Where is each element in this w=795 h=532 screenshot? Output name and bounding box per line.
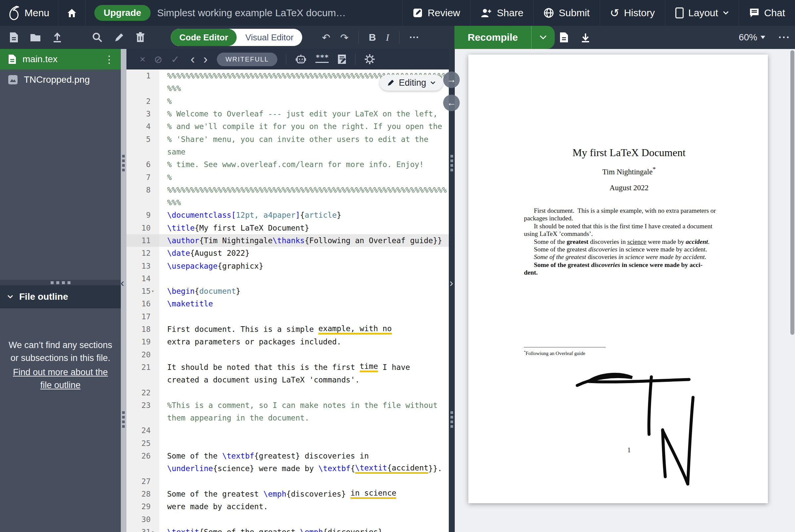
upgrade-button[interactable]: Upgrade bbox=[94, 5, 151, 21]
code-line[interactable]: 19extra parameters or packages included. bbox=[126, 336, 449, 348]
outline-help-link[interactable]: Find out more about the file outline bbox=[8, 366, 113, 392]
collapse-pdf-icon[interactable]: › bbox=[449, 279, 453, 286]
code-line[interactable]: 25 bbox=[126, 437, 449, 450]
code-line[interactable]: 20 bbox=[126, 348, 449, 361]
code-line[interactable]: 23%This is a comment, so I can make note… bbox=[126, 399, 449, 412]
divider-handle[interactable] bbox=[122, 155, 125, 171]
code-line[interactable]: 15▾\begin{document} bbox=[126, 285, 449, 298]
editor-pdf-divider[interactable]: › bbox=[449, 49, 455, 532]
gear-icon[interactable] bbox=[364, 54, 375, 65]
sidebar-editor-divider[interactable]: ‹ bbox=[121, 49, 126, 532]
recompile-button[interactable]: Recompile bbox=[455, 26, 531, 49]
ai-robot-icon[interactable] bbox=[295, 54, 307, 65]
move-to-editor-button[interactable]: ← bbox=[443, 95, 460, 111]
review-icon bbox=[412, 7, 423, 18]
file-row-tncropped-png[interactable]: TNCropped.png bbox=[0, 70, 121, 90]
redo-icon[interactable]: ↷ bbox=[340, 32, 349, 43]
code-line[interactable]: 4% and we'll compile it for you on the r… bbox=[126, 120, 449, 133]
file-row-main-tex[interactable]: main.tex ⋮ bbox=[0, 49, 121, 70]
code-line[interactable]: 7% bbox=[126, 171, 449, 183]
code-line[interactable]: 29were made by accident. bbox=[126, 500, 449, 513]
code-line[interactable]: 10\title{My first LaTeX Document} bbox=[126, 222, 449, 234]
divider-handle[interactable] bbox=[450, 411, 453, 428]
code-line[interactable]: %%% bbox=[126, 196, 449, 209]
code-line[interactable]: 22 bbox=[126, 386, 449, 399]
code-line[interactable]: 16\maketitle bbox=[126, 298, 449, 310]
code-line[interactable]: 28Some of the greatest \emph{discoveries… bbox=[126, 488, 449, 500]
code-line[interactable]: created a document using LaTeX 'commands… bbox=[126, 374, 449, 386]
home-button[interactable] bbox=[58, 0, 86, 26]
divider-handle[interactable] bbox=[122, 411, 125, 428]
kebab-menu-icon[interactable]: ⋮ bbox=[99, 54, 119, 65]
code-line[interactable]: 27 bbox=[126, 475, 449, 488]
pdf-scrollbar[interactable] bbox=[790, 50, 794, 335]
accept-change-icon[interactable]: ✓ bbox=[171, 54, 179, 65]
prev-suggestion-icon[interactable]: ‹ bbox=[191, 54, 195, 64]
code-line[interactable]: them appearing in the document. bbox=[126, 412, 449, 424]
code-line[interactable]: 8%%%%%%%%%%%%%%%%%%%%%%%%%%%%%%%%%%%%%%%… bbox=[126, 184, 449, 196]
menu-button[interactable]: Menu bbox=[0, 0, 58, 26]
code-line[interactable]: 14 bbox=[126, 272, 449, 285]
rename-pencil-icon[interactable] bbox=[114, 32, 125, 43]
code-line[interactable]: 17 bbox=[126, 310, 449, 323]
pdf-overflow-menu[interactable]: ··· bbox=[778, 26, 790, 49]
zoom-control[interactable]: 60% bbox=[739, 26, 765, 49]
editing-mode-dropdown[interactable]: Editing bbox=[380, 75, 443, 91]
line-number: 4 bbox=[126, 120, 159, 133]
writefull-toggle[interactable]: WRITEFULL bbox=[217, 53, 277, 66]
code-line[interactable]: 12\date{August 2022} bbox=[126, 247, 449, 259]
italic-button[interactable]: I bbox=[386, 32, 389, 43]
share-icon bbox=[480, 7, 492, 18]
block-suggestion-icon[interactable]: ⊘ bbox=[154, 54, 163, 65]
paraphrase-icon[interactable]: *** bbox=[315, 56, 329, 63]
review-button[interactable]: Review bbox=[402, 0, 470, 26]
code-line[interactable]: \underline{science} were made by \textbf… bbox=[126, 462, 449, 475]
file-name: TNCropped.png bbox=[24, 74, 90, 85]
search-project-icon[interactable] bbox=[92, 32, 103, 43]
history-button[interactable]: ↺ History bbox=[600, 0, 665, 26]
pdf-text-line: Some of the greatest discoveries in scie… bbox=[524, 246, 739, 253]
file-outline-header[interactable]: File outline bbox=[0, 285, 121, 308]
more-tools-button[interactable]: ··· bbox=[409, 32, 419, 43]
view-logs-icon[interactable] bbox=[559, 32, 569, 43]
code-line[interactable]: 2% bbox=[126, 95, 449, 108]
code-line[interactable]: 26Some of the \textbf{greatest} discover… bbox=[126, 450, 449, 462]
submit-button[interactable]: Submit bbox=[533, 0, 599, 26]
code-line[interactable]: 11\author{Tim Nightingale\thanks{Followi… bbox=[126, 234, 449, 247]
project-title[interactable]: Simplest working example LaTeX docum… bbox=[157, 7, 402, 19]
undo-icon[interactable]: ↶ bbox=[322, 32, 330, 43]
next-suggestion-icon[interactable]: › bbox=[203, 54, 207, 64]
code-line[interactable]: 6% time. See www.overleaf.com/learn for … bbox=[126, 158, 449, 171]
bold-button[interactable]: B bbox=[369, 32, 376, 43]
new-folder-icon[interactable] bbox=[30, 33, 41, 42]
outline-resize-handle[interactable] bbox=[0, 280, 121, 285]
code-line[interactable]: 5% 'Share' menu, you can invite other us… bbox=[126, 133, 449, 145]
code-line[interactable]: 21It should be noted that this is the fi… bbox=[126, 361, 449, 374]
new-file-icon[interactable] bbox=[9, 32, 19, 43]
pdf-text-line: Some of the greatest discoveries in scie… bbox=[524, 253, 739, 261]
code-line[interactable]: 18First document. This is a simple examp… bbox=[126, 323, 449, 336]
writefull-doc-icon[interactable] bbox=[337, 54, 347, 64]
collapse-sidebar-icon[interactable]: ‹ bbox=[121, 279, 124, 286]
code-line[interactable]: 24 bbox=[126, 424, 449, 437]
code-line[interactable]: 3% Welcome to Overleaf --- just edit you… bbox=[126, 108, 449, 120]
line-number: 7 bbox=[126, 171, 159, 183]
code-editor-toggle[interactable]: Code Editor bbox=[171, 29, 237, 46]
download-pdf-icon[interactable] bbox=[580, 32, 590, 43]
recompile-dropdown[interactable] bbox=[531, 26, 555, 49]
code-line[interactable]: 9\documentclass[12pt, a4paper]{article} bbox=[126, 209, 449, 221]
move-to-pdf-button[interactable]: → bbox=[443, 72, 460, 88]
code-line[interactable]: same bbox=[126, 146, 449, 158]
reject-change-icon[interactable]: × bbox=[140, 54, 146, 65]
chat-button[interactable]: Chat bbox=[739, 0, 795, 26]
divider-handle[interactable] bbox=[450, 155, 453, 171]
upload-icon[interactable] bbox=[52, 32, 62, 43]
layout-button[interactable]: Layout bbox=[665, 0, 739, 26]
visual-editor-toggle[interactable]: Visual Editor bbox=[237, 33, 302, 43]
code-line[interactable]: 13\usepackage{graphicx} bbox=[126, 259, 449, 272]
trash-icon[interactable] bbox=[136, 32, 145, 43]
code-line[interactable]: 31▾\textit{Some of the greatest \emph{di… bbox=[126, 526, 449, 532]
editing-mode-label: Editing bbox=[399, 78, 426, 88]
share-button[interactable]: Share bbox=[470, 0, 533, 26]
code-line[interactable]: 30 bbox=[126, 513, 449, 525]
